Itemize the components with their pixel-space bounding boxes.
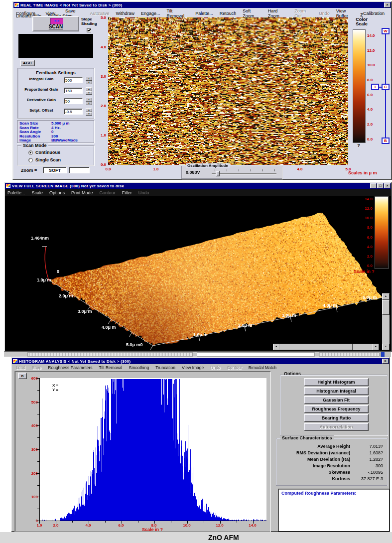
histogram-integral-button[interactable]: Histogram Integral [304,387,369,395]
derivative-gain-spinner[interactable] [86,98,92,105]
oscillation-slider-ticks [215,169,276,171]
zoom-mode-button[interactable]: SOFT [43,167,67,173]
spin-up-icon[interactable] [86,108,92,112]
scroll-left-icon[interactable] [273,344,279,350]
contrast-handle[interactable]: C [382,84,390,90]
oscillation-amplitude-title: Oscillation Amplitude [186,163,230,168]
spin-down-icon[interactable] [86,112,92,116]
spin-down-icon[interactable] [86,81,92,85]
axis-tick [37,414,39,414]
spin-up-icon[interactable] [86,77,92,81]
y-tick: 5.0 [92,15,106,20]
taskbar-fragment [381,352,391,357]
scroll-right-icon[interactable] [373,344,379,350]
oscillation-slider-thumb[interactable] [216,171,220,176]
spin-up-icon[interactable] [86,87,92,91]
scan-image-canvas[interactable] [108,17,348,165]
menu-load: Load [16,365,25,370]
x-tick: 0.0 [101,167,115,171]
background-scrollbar-segment [27,352,193,357]
oscillation-slider-track[interactable] [212,173,276,174]
axis-tick [39,521,40,524]
scroll-up-icon[interactable] [382,293,390,300]
zoom-value-field[interactable] [69,167,90,173]
surface-characteristics-title: Surface Characteristics [280,435,334,440]
z-scale-tick: 10.0 [367,63,375,67]
z-scale-tick: 0.0 [367,137,373,141]
menu-roughness-parameters[interactable]: Roughness Parameters [48,365,92,370]
single-scan-radio[interactable] [28,158,33,162]
background-scrollbar-segment [197,352,315,357]
axis-tick [187,521,188,524]
menu-bimodal-match[interactable]: Bimodal Match [249,365,276,370]
bearing-ratio-button[interactable]: Bearing Ratio [304,414,369,422]
3d-surface-canvas[interactable] [31,199,385,350]
gaussian-fit-button[interactable]: Gaussian Fit [304,396,369,404]
integral-gain-input[interactable]: 500 [64,77,83,83]
setpoint-offset-spinner[interactable] [86,108,92,116]
stat-value: 37.827 E-3 [350,476,385,482]
right-axis-label: 5.0μ m [363,295,377,300]
vertical-scrollbar-thumb[interactable] [382,300,390,315]
histogram-title: HISTOGRAM ANALYSIS < Not Yet Saved to Di… [19,359,131,364]
cursor-y-readout: Y = [52,388,58,392]
axis-tick [36,497,39,497]
scan-button[interactable]: ◄► SCAN [32,16,79,31]
menu-scale[interactable]: Scale [32,190,43,195]
menu-filter[interactable]: Filter [122,190,132,195]
menu-smoothing[interactable]: Smoothing [129,365,149,370]
menu-tilt-removal[interactable]: Tilt Removal [99,365,123,370]
proportional-gain-input[interactable]: 150 [64,88,83,94]
histogram-menubar: Load Save Roughness Parameters Tilt Remo… [12,365,389,370]
close-icon[interactable] [382,359,389,364]
menu-save: Save [32,365,41,370]
close-icon[interactable] [384,2,391,7]
histogram-titlebar[interactable]: HISTOGRAM ANALYSIS < Not Yet Saved to Di… [12,358,389,364]
axis-tick [138,521,138,523]
slope-shading-checkbox[interactable] [87,28,91,32]
axis-tick [36,402,39,403]
window-histogram-analysis: HISTOGRAM ANALYSIS < Not Yet Saved to Di… [11,357,390,532]
scan-info-panel: Scan Size5.000 μ m Scan Rate4 Hz. Scan A… [17,120,94,143]
menu-truncation[interactable]: Truncation [155,365,175,370]
minimize-icon[interactable] [370,183,377,188]
white-level-handle[interactable]: W [382,28,390,34]
cbar-tick: 6.0 [351,235,373,240]
spin-up-icon[interactable] [86,98,92,102]
roughness-frequency-button[interactable]: Roughness Frequency [304,405,369,413]
axis-tick [253,521,254,524]
axis-tick [122,521,122,524]
menu-palette[interactable]: Palette... [7,190,25,195]
black-level-handle[interactable]: B [382,137,390,144]
cbar-tick: 12.0 [351,206,373,211]
horizontal-scrollbar-thumb[interactable] [279,344,353,350]
maximize-icon[interactable] [377,183,384,188]
vertical-scrollbar[interactable] [382,293,390,350]
continuous-radio[interactable] [28,150,33,155]
proportional-gain-spinner[interactable] [86,87,92,95]
integral-gain-spinner[interactable] [86,77,92,84]
height-histogram-button[interactable]: Height Histogram [304,378,369,386]
left-axis-label: 4.0μ m [102,325,116,330]
horizontal-scrollbar[interactable] [273,344,379,350]
axis-tick [37,509,39,509]
axis-tick [56,521,56,524]
spin-down-icon[interactable] [86,102,92,106]
menu-view-image[interactable]: View Image [182,365,204,370]
single-scan-label: Single Scan [35,157,61,162]
intensity-handle[interactable]: I [371,84,379,90]
agc-button[interactable]: AGC [20,60,35,66]
spin-down-icon[interactable] [86,91,92,95]
realtime-titlebar[interactable]: REAL TIME IMAGE < Not Yet Saved to Disk … [13,2,391,8]
y-tick: 2.0 [92,104,106,108]
derivative-gain-input[interactable]: 50 [64,98,83,104]
setpoint-offset-input[interactable]: -0.5 [64,109,83,115]
menu-print-mode[interactable]: Print Mode [71,190,93,195]
close-icon[interactable] [384,183,391,188]
window-icon [6,184,10,188]
3d-view-titlebar[interactable]: VIEW FULL SCREEN IMAGE (300) Not yet sav… [5,183,391,189]
menu-options[interactable]: Options [49,190,65,195]
scales-note: Scales in μ m [348,170,377,175]
histogram-plot-area[interactable]: X = Y = [39,378,266,521]
scroll-down-icon[interactable] [382,344,390,350]
